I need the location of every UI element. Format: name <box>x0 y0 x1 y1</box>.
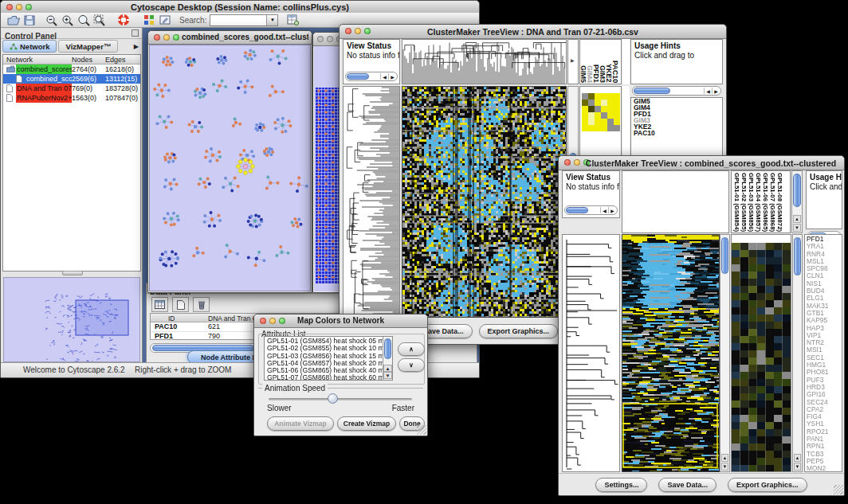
scroll-left-arrow[interactable]: ◀ <box>704 88 712 94</box>
tv2-vscrollbar[interactable]: ▲ ▼ <box>720 234 730 472</box>
attribute-table-icon[interactable] <box>285 13 300 27</box>
scroll-up-arrow[interactable]: ▲ <box>794 454 801 462</box>
help-ring-icon[interactable] <box>116 13 132 27</box>
treeview1-titlebar[interactable]: ClusterMaker TreeView : DNA and Tran 07-… <box>340 25 726 39</box>
tv1-row-label[interactable]: PAC10 <box>631 130 722 136</box>
resize-grip[interactable] <box>417 425 426 435</box>
tv2-row-dendrogram[interactable] <box>562 234 620 472</box>
tv2-column-label[interactable]: GPL51-06 (GSM865) <box>762 173 769 232</box>
attribute-list-item[interactable]: GPL51-02 (GSM855) heat shock 10 min <box>265 345 383 352</box>
tv2-column-dendrogram[interactable] <box>622 170 729 233</box>
close-button[interactable] <box>317 36 324 42</box>
zoom-button[interactable] <box>173 34 179 41</box>
hscroll-thumb[interactable] <box>566 207 588 213</box>
scroll-right-arrow[interactable]: ▶ <box>608 207 616 213</box>
vscroll-thumb[interactable] <box>793 174 801 207</box>
zoom-button[interactable] <box>26 4 32 10</box>
scroll-right-arrow[interactable]: ▶ <box>388 73 396 80</box>
scroll-left-arrow[interactable]: ◀ <box>600 207 608 213</box>
close-button[interactable] <box>6 4 13 10</box>
tv2-zoom-scrollbar[interactable]: ▲ ▼ <box>792 234 803 472</box>
open-folder-icon[interactable] <box>6 13 22 27</box>
network-view-titlebar[interactable]: combined_scores_good.txt--cluste... <box>148 31 312 45</box>
animation-slider-thumb[interactable] <box>328 393 338 404</box>
main-titlebar[interactable]: Cytoscape Desktop (Session Name: collins… <box>1 1 479 14</box>
scroll-right-arrow[interactable]: ▶ <box>712 88 720 94</box>
scroll-down-arrow[interactable]: ▼ <box>794 463 801 471</box>
minimize-button[interactable] <box>574 159 580 166</box>
scroll-down-arrow[interactable]: ▼ <box>721 463 728 471</box>
column-header[interactable]: Network <box>6 56 33 64</box>
tv1-usage-scrollbar[interactable]: ◀ ▶ <box>632 86 721 96</box>
close-button[interactable] <box>260 318 266 324</box>
search-input[interactable]: ▼ <box>210 14 278 26</box>
minimize-button[interactable] <box>163 34 170 41</box>
network-table-header[interactable]: NetworkNodesEdges <box>3 55 140 64</box>
tab-overflow-arrow[interactable]: ▶ <box>134 43 141 50</box>
vscroll-thumb[interactable] <box>721 237 728 274</box>
tv2-column-label[interactable]: GPL51-04 (GSM857) <box>755 173 762 232</box>
tv2-column-label[interactable]: GPL51-02 (GSM855) <box>740 173 748 232</box>
minimize-button[interactable] <box>327 36 333 42</box>
close-button[interactable] <box>154 34 160 41</box>
minimize-button[interactable] <box>355 28 361 34</box>
scroll-down-arrow[interactable]: ▼ <box>793 224 801 232</box>
vscroll-thumb[interactable] <box>384 338 391 359</box>
tv2-column-label[interactable]: GPL51-03 (GSM856) <box>748 173 755 232</box>
tv2-column-label[interactable]: GPL51-08 (GSM872) <box>776 173 783 232</box>
tv2-settings-button[interactable]: Settings... <box>595 478 647 492</box>
panel-splitter-handle[interactable] <box>62 271 83 275</box>
zoom-selected-icon[interactable] <box>76 13 92 27</box>
vscroll-thumb[interactable] <box>794 237 801 275</box>
dialog-titlebar[interactable]: Map Colors to Network <box>254 315 427 328</box>
zoom-button[interactable] <box>364 28 371 34</box>
tv2-collabel-scrollbar[interactable]: ▲ ▼ <box>791 170 803 233</box>
scroll-down-arrow[interactable]: ▼ <box>383 372 392 379</box>
scroll-up-arrow[interactable]: ▲ <box>383 365 392 372</box>
resize-grip[interactable] <box>834 485 843 494</box>
attribute-list-item[interactable]: GPL51-06 (GSM865) heat shock 40 min <box>265 367 383 374</box>
birdseye-view[interactable] <box>3 277 140 362</box>
tab-vizmapper[interactable]: VizMapper™ <box>58 40 118 53</box>
attribute-list-scrollbar[interactable]: ▲ ▼ <box>383 337 392 380</box>
close-button[interactable] <box>345 28 351 34</box>
tv2-heatmap[interactable] <box>622 234 720 472</box>
float-panel-icon[interactable] <box>132 29 139 37</box>
zoom-out-icon[interactable] <box>44 13 60 27</box>
tv2-status-scrollbar[interactable]: ◀ ▶ <box>564 205 618 215</box>
attribute-list-item[interactable]: GPL51-03 (GSM856) heat shock 15 min <box>265 353 383 360</box>
treeview2-titlebar[interactable]: ClusterMaker TreeView : combined_scores_… <box>559 156 844 170</box>
close-button[interactable] <box>564 159 571 166</box>
scroll-up-arrow[interactable]: ▲ <box>721 454 728 462</box>
minimize-button[interactable] <box>16 4 22 10</box>
tv1-column-labels[interactable]: GIM5GIM4PFD1GIM3YKE2PAC10 <box>579 39 622 84</box>
column-header[interactable]: ID <box>168 315 175 322</box>
column-header[interactable]: Nodes <box>72 56 92 64</box>
attribute-list-item[interactable]: GPL51-01 (GSM854) heat shock 05 min <box>265 338 383 345</box>
attribute-list-item[interactable]: GPL51-04 (GSM857) heat shock 20 min <box>265 360 383 367</box>
tv1-export-graphics-button[interactable]: Export Graphics... <box>479 324 559 338</box>
network-view-2-titlebar[interactable] <box>313 33 342 46</box>
network-list-item[interactable]: DNA and Tran 07769(0)183728(0) <box>3 84 140 93</box>
select-attributes-icon[interactable] <box>151 297 168 312</box>
tv2-column-label[interactable]: GPL51-07 (GSM868) <box>769 173 776 232</box>
tab-network[interactable]: Network <box>2 40 57 53</box>
move-down-button[interactable]: ∨ <box>398 358 425 372</box>
zoom-fit-icon[interactable] <box>92 13 108 27</box>
animation-slider-track[interactable] <box>269 398 412 400</box>
delete-attribute-icon[interactable] <box>193 297 210 312</box>
tv1-column-label[interactable]: PAC10 <box>613 61 619 83</box>
network-list-item[interactable]: combined_scores2764(0)16218(0) <box>3 64 140 74</box>
annotation-icon[interactable] <box>157 13 173 27</box>
network-list-item[interactable]: RNAPuberNov2+1563(0)107847(0) <box>3 93 140 103</box>
animate-vizmap-button[interactable]: Animate Vizmap <box>267 416 334 431</box>
scroll-up-arrow[interactable]: ▲ <box>793 215 801 223</box>
network-canvas-2[interactable] <box>314 46 342 291</box>
network-canvas[interactable] <box>149 45 311 291</box>
tv1-column-dendrogram[interactable] <box>402 39 567 84</box>
create-vizmap-button[interactable]: Create Vizmap <box>337 416 396 431</box>
search-dropdown-arrow[interactable]: ▼ <box>266 15 277 25</box>
tv1-heatmap[interactable] <box>402 86 567 318</box>
column-header[interactable]: Edges <box>105 56 126 64</box>
tv2-gene-labels[interactable]: PFD1YRA1RNR4MSL1SPC98CLN1NIS1BUD4ELG1MAK… <box>804 234 842 472</box>
